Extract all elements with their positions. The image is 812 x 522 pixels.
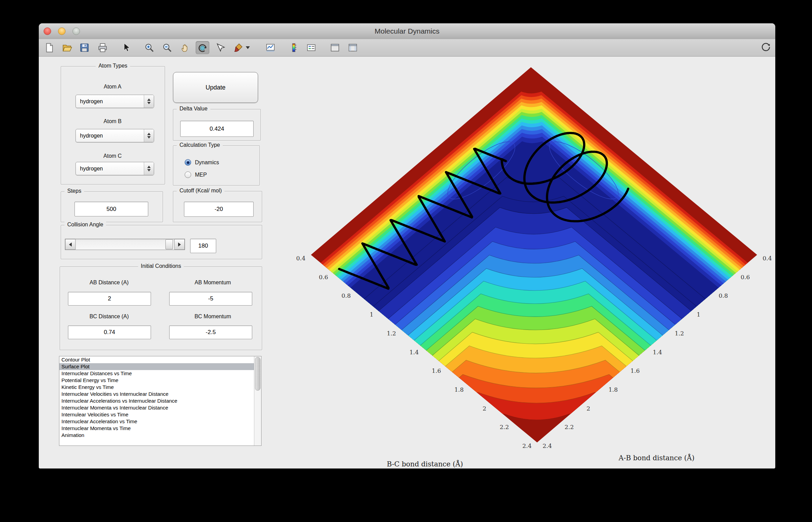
cutoff-field[interactable]: -20 <box>184 202 254 217</box>
show-plot-tools-button[interactable] <box>346 41 360 54</box>
listbox-scrollbar[interactable] <box>254 356 261 446</box>
bc-momentum-label: BC Momentum <box>195 313 231 320</box>
dock-figure-button[interactable] <box>759 41 773 54</box>
panel-title: Collision Angle <box>65 222 106 228</box>
atom-a-dropdown[interactable]: hydrogen <box>76 95 154 108</box>
print-figure-button[interactable] <box>96 41 109 54</box>
y-tick-label: 1.2 <box>387 330 396 337</box>
zoom-in-icon <box>144 43 154 53</box>
ab-momentum-field[interactable]: -5 <box>169 292 252 306</box>
save-figure-button[interactable] <box>78 41 91 54</box>
list-item[interactable]: Kinetic Energy vs Time <box>59 384 254 391</box>
plot-type-items: Contour PlotSurface PlotInternuclear Dis… <box>59 356 254 446</box>
arrow-right-icon <box>178 242 181 247</box>
x-tick-label: 0.8 <box>719 292 728 299</box>
y-tick-label: 1.4 <box>409 349 419 356</box>
scrollbar-thumb[interactable] <box>255 357 260 391</box>
pan-button[interactable] <box>178 41 192 54</box>
brush-icon <box>233 43 243 53</box>
list-item[interactable]: Internuclear Acceleration vs Time <box>59 418 254 425</box>
x-tick-label: 2.2 <box>565 424 574 430</box>
list-item[interactable]: Internuclear Momenta vs Time <box>59 425 254 432</box>
list-item[interactable]: Internuclear Accelerations vs Internucle… <box>59 398 254 404</box>
x-tick-label: 2.4 <box>543 442 552 449</box>
list-item[interactable]: Internuclear Momenta vs Internuclear Dis… <box>59 404 254 411</box>
brush-data-button[interactable] <box>231 41 245 54</box>
panel-title: Initial Conditions <box>138 263 184 269</box>
zoom-out-button[interactable] <box>160 41 174 54</box>
panel-title: Cutoff (Kcal/ mol) <box>177 188 224 194</box>
list-item[interactable]: Animation <box>59 432 254 439</box>
surface-group[interactable] <box>311 67 757 442</box>
list-item[interactable]: Contour Plot <box>59 356 254 363</box>
hand-icon <box>180 43 190 53</box>
rotate-3d-icon <box>197 43 208 53</box>
x-tick-label: 1.4 <box>653 349 662 356</box>
ab-distance-field[interactable]: 2 <box>68 292 151 306</box>
slider-right-arrow-button[interactable] <box>174 239 185 250</box>
ab-distance-label: AB Distance (A) <box>90 280 129 286</box>
delta-value-field[interactable]: 0.424 <box>180 121 254 137</box>
y-axis-label: B-C bond distance (Å) <box>387 460 463 468</box>
radio-unselected-icon[interactable] <box>185 171 191 178</box>
x-tick-label: 1.2 <box>675 330 684 337</box>
bc-distance-label: BC Distance (A) <box>90 313 129 320</box>
radio-selected-icon[interactable] <box>185 159 191 166</box>
collision-angle-slider[interactable] <box>65 239 185 250</box>
zoom-in-button[interactable] <box>142 41 156 54</box>
steps-field[interactable]: 500 <box>74 202 148 216</box>
atom-c-label: Atom C <box>103 153 121 159</box>
stepper-arrows-icon <box>144 129 154 142</box>
collision-angle-field[interactable]: 180 <box>190 239 216 253</box>
y-tick-label: 2.4 <box>522 442 532 449</box>
y-tick-label: 1.8 <box>454 386 464 393</box>
dock-figure-icon <box>761 43 771 53</box>
list-item[interactable]: Internuclear Velocities vs Internuclear … <box>59 391 254 398</box>
zoom-out-icon <box>162 43 172 53</box>
show-plot-tools-icon <box>348 43 358 53</box>
slider-thumb[interactable] <box>165 239 173 249</box>
x-tick-label: 0.6 <box>741 274 750 281</box>
colorbar-icon <box>289 43 299 53</box>
edit-plot-button[interactable] <box>119 41 133 54</box>
link-plots-button[interactable] <box>264 41 277 54</box>
data-cursor-button[interactable] <box>214 41 228 54</box>
y-tick-label: 0.6 <box>319 274 328 281</box>
y-tick-label: 1 <box>370 311 373 318</box>
bc-momentum-field[interactable]: -2.5 <box>169 325 252 339</box>
x-tick-label: 2 <box>587 405 590 412</box>
x-tick-label: 1.8 <box>608 386 618 393</box>
brush-options-button[interactable] <box>245 41 251 54</box>
x-tick-label: 1.6 <box>630 367 640 374</box>
open-folder-icon <box>62 43 72 53</box>
atom-b-dropdown[interactable]: hydrogen <box>76 129 154 142</box>
atom-a-label: Atom A <box>104 84 121 90</box>
list-item[interactable]: Potential Energy vs Time <box>59 377 254 384</box>
new-figure-button[interactable] <box>42 41 56 54</box>
open-file-button[interactable] <box>60 41 74 54</box>
y-tick-label: 2.2 <box>500 424 509 430</box>
slider-left-arrow-button[interactable] <box>65 239 76 250</box>
rotate-3d-button[interactable] <box>196 41 209 54</box>
panel-title: Steps <box>65 188 84 194</box>
list-item[interactable]: Internulear Velocities vs Time <box>59 411 254 418</box>
mep-radio-label: MEP <box>195 172 207 178</box>
atom-b-label: Atom B <box>104 118 121 124</box>
list-item[interactable]: Surface Plot <box>59 363 254 370</box>
mep-radio-row[interactable]: MEP <box>185 171 207 178</box>
stepper-arrows-icon <box>144 95 154 108</box>
list-item[interactable]: Internuclear Distances vs Time <box>59 370 254 377</box>
hide-plot-tools-button[interactable] <box>328 41 342 54</box>
atom-c-dropdown[interactable]: hydrogen <box>76 162 154 175</box>
plot-type-listbox[interactable]: Contour PlotSurface PlotInternuclear Dis… <box>59 356 262 446</box>
slider-track[interactable] <box>76 239 174 250</box>
insert-legend-button[interactable] <box>304 41 318 54</box>
update-button[interactable]: Update <box>173 72 258 103</box>
figure-toolbar <box>39 39 775 57</box>
bc-distance-field[interactable]: 0.74 <box>68 325 151 339</box>
window-title: Molecular Dynamics <box>39 23 775 39</box>
y-tick-label: 0.4 <box>296 255 305 262</box>
dynamics-radio-row[interactable]: Dynamics <box>185 159 219 166</box>
y-tick-label: 0.8 <box>341 292 351 299</box>
insert-colorbar-button[interactable] <box>287 41 301 54</box>
